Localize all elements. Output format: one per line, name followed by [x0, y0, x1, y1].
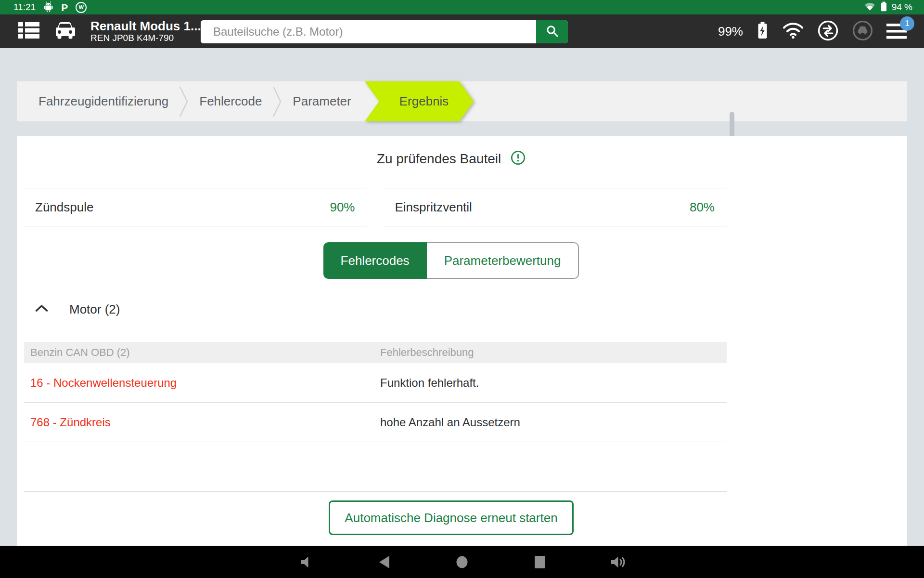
app-header: Renault Modus 1.... REN JP0B K4M-790 99%	[0, 14, 924, 48]
component-probability: 90%	[330, 200, 355, 215]
tab-parameterbewertung[interactable]: Parameterbewertung	[427, 242, 579, 279]
fault-code-cell: 16 - Nockenwellensteuerung	[24, 376, 380, 390]
table-header-row: Benzin CAN OBD (2) Fehlerbeschreibung	[24, 342, 727, 363]
component-probability-row: Zündspule 90% Einspritzventil 80%	[24, 188, 727, 226]
volume-up-icon[interactable]	[609, 553, 627, 571]
chevron-right-icon	[272, 86, 282, 118]
page-title: Zu prüfendes Bauteil	[377, 151, 501, 167]
device-battery-percent: 99%	[718, 24, 743, 39]
status-bar-left: 11:21 P W	[0, 1, 87, 14]
table-row[interactable]: 768 - Zündkreis hohe Anzahl an Aussetzer…	[24, 403, 727, 442]
component-name: Zündspule	[35, 200, 93, 215]
table-row[interactable]: 16 - Nockenwellensteuerung Funktion fehl…	[24, 363, 727, 403]
p-app-icon: P	[61, 2, 68, 13]
recents-icon[interactable]	[531, 553, 549, 571]
fault-description-cell: hohe Anzahl an Aussetzern	[380, 416, 520, 429]
info-icon[interactable]	[511, 150, 526, 167]
battery-charging-icon	[756, 21, 769, 41]
result-card: Zu prüfendes Bauteil Zündspule 90% Einsp…	[17, 136, 907, 546]
android-icon	[43, 1, 53, 14]
home-icon[interactable]	[453, 553, 471, 571]
component-item-einspritzventil[interactable]: Einspritzventil 80%	[384, 188, 727, 226]
breadcrumb: Fahrzeugidentifizierung Fehlercode Param…	[17, 81, 907, 121]
w-app-icon: W	[76, 2, 87, 13]
vehicle-title: Renault Modus 1....	[90, 19, 205, 33]
notification-badge: 1	[900, 16, 914, 31]
fault-code-cell: 768 - Zündkreis	[24, 416, 380, 429]
restart-diagnosis-button[interactable]: Automatische Diagnose erneut starten	[329, 500, 573, 535]
component-search	[201, 20, 568, 43]
breadcrumb-step-ergebnis[interactable]: Ergebnis	[365, 81, 474, 121]
component-probability: 80%	[690, 200, 715, 215]
view-toggle-group: Fehlercodes Parameterbewertung	[323, 242, 579, 279]
vehicle-info[interactable]: Renault Modus 1.... REN JP0B K4M-790	[90, 19, 205, 43]
column-header-description: Fehlerbeschreibung	[380, 346, 474, 359]
vehicle-subtitle: REN JP0B K4M-790	[90, 33, 205, 43]
sync-icon[interactable]	[817, 20, 839, 43]
column-header-system: Benzin CAN OBD (2)	[24, 346, 380, 359]
breadcrumb-step-fahrzeugidentifizierung[interactable]: Fahrzeugidentifizierung	[17, 94, 179, 109]
list-icon[interactable]	[18, 21, 39, 41]
status-bar-right: 94 %	[864, 1, 924, 13]
volume-down-icon[interactable]	[297, 553, 315, 571]
clock: 11:21	[13, 2, 36, 13]
restart-row: Automatische Diagnose erneut starten	[17, 500, 886, 535]
group-label: Motor (2)	[69, 302, 120, 317]
wifi-icon	[864, 1, 876, 13]
component-name: Einspritzventil	[395, 200, 472, 215]
battery-percent: 94 %	[892, 2, 912, 13]
view-toggle-row: Fehlercodes Parameterbewertung	[17, 242, 886, 279]
header-right: 99%	[718, 14, 907, 48]
breadcrumb-active-step-wrap: Ergebnis	[365, 81, 474, 121]
chevron-up-icon	[35, 304, 48, 314]
tab-fehlercodes[interactable]: Fehlercodes	[323, 242, 427, 279]
fault-code-table: Benzin CAN OBD (2) Fehlerbeschreibung 16…	[24, 342, 727, 442]
search-button[interactable]	[536, 20, 568, 43]
fault-description-cell: Funktion fehlerhaft.	[380, 376, 479, 390]
scrollbar-thumb[interactable]	[730, 112, 734, 139]
breadcrumb-step-fehlercode[interactable]: Fehlercode	[189, 94, 272, 109]
menu-button[interactable]: 1	[886, 23, 907, 40]
breadcrumb-step-parameter[interactable]: Parameter	[282, 94, 361, 109]
chevron-right-icon	[179, 86, 189, 118]
card-title-row: Zu prüfendes Bauteil	[17, 150, 886, 167]
component-item-zuendspule[interactable]: Zündspule 90%	[24, 188, 367, 226]
search-icon	[546, 25, 559, 39]
back-icon[interactable]	[375, 553, 393, 571]
group-header-motor[interactable]: Motor (2)	[35, 299, 120, 320]
search-input[interactable]	[201, 20, 536, 43]
header-left: Renault Modus 1.... REN JP0B K4M-790	[18, 14, 205, 48]
vehicle-connection-icon[interactable]	[852, 20, 873, 43]
divider	[24, 491, 727, 492]
battery-icon	[881, 1, 887, 13]
android-nav-bar	[0, 546, 924, 578]
android-status-bar: 11:21 P W	[0, 0, 924, 14]
car-icon[interactable]	[53, 21, 77, 42]
wifi-icon[interactable]	[782, 22, 804, 41]
